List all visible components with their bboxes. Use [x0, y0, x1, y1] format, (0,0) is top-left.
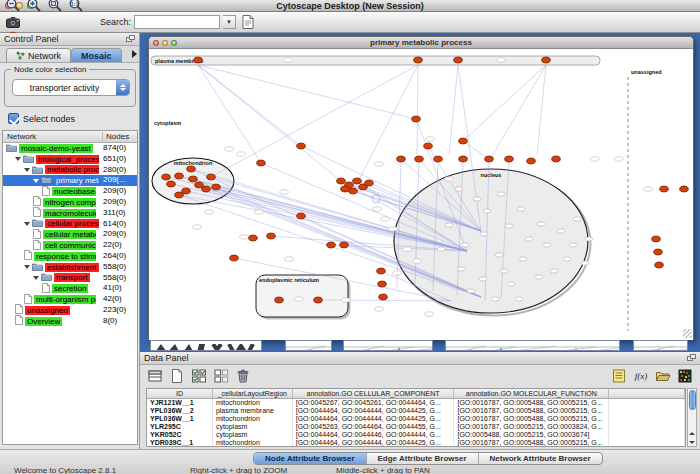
collapsed-node[interactable]: [193, 225, 202, 229]
table-cell[interactable]: [GO:0044464, GO:0044444, GO:0044425, G..…: [293, 439, 455, 447]
network-node[interactable]: [337, 178, 346, 184]
network-node[interactable]: [194, 57, 203, 63]
collapsed-node[interactable]: [543, 243, 551, 247]
network-node[interactable]: [341, 186, 350, 192]
network-node[interactable]: [175, 173, 184, 179]
network-node[interactable]: [414, 57, 423, 63]
network-node[interactable]: [459, 156, 468, 162]
collapsed-node[interactable]: [375, 307, 384, 311]
table-column-header[interactable]: annotation.GO CELLULAR_COMPONENT: [293, 389, 455, 398]
table-column-header[interactable]: _cellularLayoutRegion: [213, 389, 293, 398]
table-cell[interactable]: YJR121W__1: [147, 399, 213, 407]
network-node[interactable]: [652, 236, 661, 242]
network-node[interactable]: [660, 186, 669, 192]
network-node[interactable]: [175, 192, 184, 198]
table-cell[interactable]: YPL036W__1: [147, 415, 213, 423]
new-document-icon[interactable]: [168, 368, 186, 385]
network-node[interactable]: [655, 262, 664, 268]
collapsed-node[interactable]: [557, 229, 565, 233]
collapsed-node[interactable]: [445, 177, 454, 181]
network-tree-row[interactable]: response to stimulu264(0): [3, 251, 137, 262]
network-node[interactable]: [378, 281, 387, 287]
table-cell[interactable]: [GO:0045263, GO:0044464, GO:0044455, G..…: [293, 423, 455, 431]
network-node[interactable]: [327, 242, 336, 248]
collapsed-node[interactable]: [491, 297, 499, 301]
network-tree-row[interactable]: macromolecule311(0): [3, 208, 137, 219]
network-canvas[interactable]: plasma membranecytoplasmnucleusmitochond…: [149, 49, 693, 340]
tab-mosaic[interactable]: Mosaic: [71, 48, 122, 62]
collapsed-node[interactable]: [225, 147, 234, 151]
expand-arrow-icon[interactable]: [15, 157, 21, 161]
collapsed-node[interactable]: [381, 217, 390, 221]
collapsed-node[interactable]: [373, 207, 382, 211]
table-cell[interactable]: YLR295C: [147, 423, 213, 431]
scroll-down-button[interactable]: [688, 438, 696, 446]
network-node[interactable]: [424, 143, 433, 149]
background-window-fragment[interactable]: [445, 340, 620, 351]
collapsed-node[interactable]: [615, 157, 624, 161]
network-window-titlebar[interactable]: primary metabolic process: [149, 37, 693, 49]
network-node[interactable]: [275, 297, 284, 303]
network-tree-row[interactable]: multi-organism pro42(0): [3, 294, 137, 305]
table-cell[interactable]: mitochondrion: [213, 415, 293, 423]
collapsed-node[interactable]: [342, 298, 351, 302]
table-cell[interactable]: [GO:0005488, GO:0005215, GO:0003674]: [454, 431, 609, 439]
network-node[interactable]: [257, 160, 266, 166]
collapsed-node[interactable]: [285, 257, 294, 261]
table-cell[interactable]: [GO:0016787, GO:0005488, GO:0005215, G..…: [454, 399, 609, 407]
collapsed-node[interactable]: [535, 275, 543, 279]
tab-scroll-arrow[interactable]: [132, 50, 137, 58]
search-dropdown-button[interactable]: ▼: [223, 15, 236, 29]
table-rows-icon[interactable]: [146, 368, 164, 385]
network-node[interactable]: [552, 156, 561, 162]
collapsed-node[interactable]: [467, 289, 475, 293]
collapsed-node[interactable]: [479, 277, 487, 281]
collapsed-node[interactable]: [519, 257, 527, 261]
collapsed-node[interactable]: [515, 297, 523, 301]
network-node[interactable]: [485, 156, 494, 162]
table-cell[interactable]: [GO:0016787, GO:0005488, GO:0005215, G..…: [454, 439, 609, 447]
collapsed-node[interactable]: [525, 237, 533, 241]
float-panel-icon[interactable]: [126, 35, 135, 43]
table-row[interactable]: YDR039C__1mitochondrion[GO:0044464, GO:0…: [147, 439, 685, 447]
collapsed-node[interactable]: [461, 243, 469, 247]
network-tree-row[interactable]: nitrogen compo209(0): [3, 197, 137, 208]
network-node[interactable]: [162, 174, 171, 180]
table-cell[interactable]: mitochondrion: [213, 439, 293, 447]
collapsed-node[interactable]: [507, 282, 515, 286]
search-input[interactable]: [134, 15, 220, 29]
expand-arrow-icon[interactable]: [24, 222, 30, 226]
table-cell[interactable]: [GO:0016787, GO:0005488, GO:0005215, G..…: [454, 407, 609, 415]
network-node[interactable]: [365, 180, 374, 186]
network-tree-row[interactable]: secretion41(0): [3, 283, 137, 294]
network-tree-row[interactable]: metabolic process280(0): [3, 165, 137, 176]
tab-node-attribute-browser[interactable]: Node Attribute Browser: [254, 453, 367, 464]
table-row[interactable]: YKR052Ccytoplasm[GO:0044464, GO:0044446,…: [147, 431, 685, 439]
table-cell[interactable]: [GO:0044464, GO:0044444, GO:0044425, G..…: [293, 415, 455, 423]
network-node[interactable]: [189, 176, 198, 182]
network-node[interactable]: [397, 156, 406, 162]
zoom-out-icon[interactable]: [4, 0, 22, 14]
network-node[interactable]: [353, 178, 362, 184]
expand-arrow-icon[interactable]: [33, 276, 39, 280]
zoom-in-icon[interactable]: [25, 0, 43, 14]
table-cell[interactable]: [GO:0016787, GO:0005215, GO:0003824, G..…: [454, 423, 609, 431]
network-tree-row[interactable]: primary metabolic209(...: [3, 175, 137, 186]
tab-edge-attribute-browser[interactable]: Edge Attribute Browser: [367, 453, 479, 464]
delete-attribute-icon[interactable]: [234, 368, 252, 385]
background-window-fragment[interactable]: [343, 340, 433, 351]
collapsed-node[interactable]: [497, 58, 506, 62]
network-node[interactable]: [249, 235, 258, 241]
table-cell[interactable]: [609, 415, 685, 423]
tab-network[interactable]: Network: [6, 48, 71, 62]
collapsed-node[interactable]: [473, 197, 481, 201]
network-tree-row[interactable]: cellular metabo209(0): [3, 229, 137, 240]
collapsed-node[interactable]: [517, 207, 525, 211]
function-builder-icon[interactable]: f(x): [632, 368, 650, 385]
float-panel-icon[interactable]: [687, 354, 696, 362]
collapsed-node[interactable]: [591, 157, 600, 161]
background-window-fragment[interactable]: [633, 340, 688, 351]
collapsed-node[interactable]: [295, 297, 304, 301]
network-tree-row[interactable]: cellular process614(0): [3, 219, 137, 230]
network-node[interactable]: [297, 213, 306, 219]
